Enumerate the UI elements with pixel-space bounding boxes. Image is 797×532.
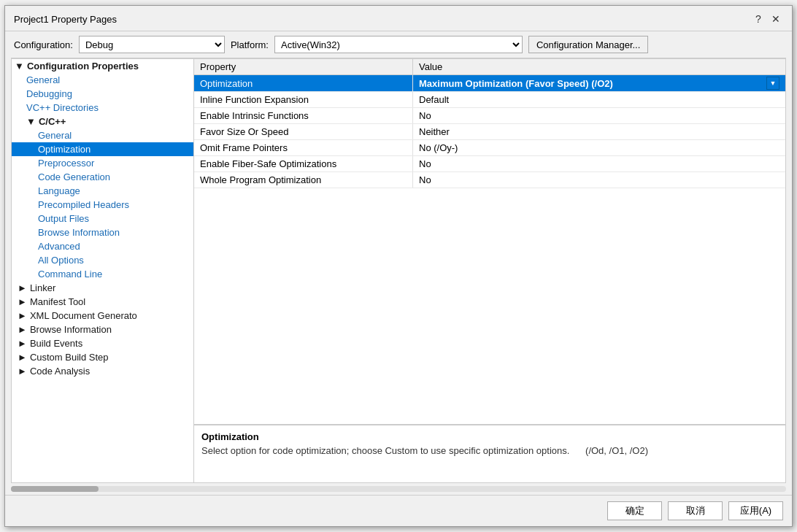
sidebar-item-xml-document-generato[interactable]: ►XML Document Generato: [12, 309, 193, 323]
prop-name-whole-program: Whole Program Optimization: [194, 172, 413, 188]
cancel-button[interactable]: 取消: [668, 501, 723, 520]
sidebar-item-build-events[interactable]: ►Build Events: [12, 336, 193, 350]
property-row-favor-size-speed[interactable]: Favor Size Or SpeedNeither: [194, 124, 785, 140]
property-row-whole-program[interactable]: Whole Program OptimizationNo: [194, 172, 785, 188]
toolbar-row: Configuration: Debug Platform: Active(Wi…: [5, 31, 792, 58]
property-row-optimization[interactable]: OptimizationMaximum Optimization (Favor …: [194, 75, 785, 92]
description-title: Optimization: [201, 431, 778, 442]
property-row-fiber-safe[interactable]: Enable Fiber-Safe OptimizationsNo: [194, 156, 785, 172]
sidebar-item-all-options[interactable]: All Options: [12, 253, 193, 267]
sidebar-item-advanced[interactable]: Advanced: [12, 239, 193, 253]
prop-name-omit-frame: Omit Frame Pointers: [194, 140, 413, 155]
prop-value-favor-size-speed[interactable]: Neither: [413, 124, 785, 139]
prop-name-inline-expansion: Inline Function Expansion: [194, 92, 413, 107]
sidebar-item-debugging[interactable]: Debugging: [12, 87, 193, 101]
sidebar-item-custom-build-step[interactable]: ►Custom Build Step: [12, 350, 193, 364]
col-header-value: Value: [413, 59, 785, 74]
content-area: Property Value OptimizationMaximum Optim…: [193, 58, 786, 483]
prop-name-fiber-safe: Enable Fiber-Safe Optimizations: [194, 156, 413, 171]
close-button[interactable]: ✕: [769, 12, 783, 26]
config-manager-button[interactable]: Configuration Manager...: [528, 36, 648, 53]
sidebar-item-output-files[interactable]: Output Files: [12, 212, 193, 225]
scrollbar-area: [5, 483, 792, 495]
prop-name-favor-size-speed: Favor Size Or Speed: [194, 124, 413, 139]
config-label: Configuration:: [14, 39, 73, 50]
sidebar-item-command-line[interactable]: Command Line: [12, 267, 193, 281]
main-area: ▼Configuration PropertiesGeneralDebuggin…: [11, 58, 786, 483]
sidebar-item-precompiled-headers[interactable]: Precompiled Headers: [12, 198, 193, 212]
col-header-property: Property: [194, 59, 413, 74]
platform-label: Platform:: [231, 39, 269, 50]
scrollbar-track[interactable]: [11, 486, 786, 492]
prop-value-intrinsic[interactable]: No: [413, 108, 785, 123]
prop-value-inline-expansion[interactable]: Default: [413, 92, 785, 107]
description-text: Select option for code optimization; cho…: [201, 445, 778, 456]
sidebar-item-optimization[interactable]: Optimization: [12, 142, 193, 156]
platform-select[interactable]: Active(Win32): [274, 36, 523, 53]
title-bar-right: ? ✕: [751, 12, 783, 26]
property-row-omit-frame[interactable]: Omit Frame PointersNo (/Oy-): [194, 140, 785, 156]
help-button[interactable]: ?: [751, 12, 766, 26]
title-bar-left: Project1 Property Pages: [14, 14, 117, 25]
sidebar-item-general[interactable]: General: [12, 73, 193, 87]
prop-name-intrinsic: Enable Intrinsic Functions: [194, 108, 413, 123]
ok-button[interactable]: 确定: [607, 501, 662, 520]
sidebar-item-browse-information[interactable]: Browse Information: [12, 225, 193, 239]
sidebar-item-linker[interactable]: ►Linker: [12, 281, 193, 295]
sidebar-item-general[interactable]: General: [12, 128, 193, 142]
prop-dropdown-optimization[interactable]: ▼: [766, 77, 779, 90]
property-row-intrinsic[interactable]: Enable Intrinsic FunctionsNo: [194, 108, 785, 124]
sidebar-item-language[interactable]: Language: [12, 184, 193, 198]
property-row-inline-expansion[interactable]: Inline Function ExpansionDefault: [194, 92, 785, 108]
property-grid: Property Value OptimizationMaximum Optim…: [194, 59, 785, 424]
bottom-bar: 确定 取消 应用(A): [5, 495, 792, 526]
sidebar-item-cpp[interactable]: ▼C/C++: [12, 115, 193, 128]
scrollbar-thumb[interactable]: [11, 486, 99, 492]
prop-value-omit-frame[interactable]: No (/Oy-): [413, 140, 785, 155]
configuration-select[interactable]: Debug: [79, 36, 225, 53]
sidebar-item-vc---directories[interactable]: VC++ Directories: [12, 101, 193, 115]
description-area: Optimization Select option for code opti…: [194, 424, 785, 482]
prop-value-whole-program[interactable]: No: [413, 172, 785, 188]
property-grid-header: Property Value: [194, 59, 785, 75]
sidebar-item-code-generation[interactable]: Code Generation: [12, 170, 193, 184]
prop-value-optimization[interactable]: Maximum Optimization (Favor Speed) (/O2)…: [413, 75, 785, 91]
prop-value-fiber-safe[interactable]: No: [413, 156, 785, 171]
sidebar-item-manifest-tool[interactable]: ►Manifest Tool: [12, 295, 193, 309]
sidebar-item-code-analysis[interactable]: ►Code Analysis: [12, 364, 193, 378]
title-bar: Project1 Property Pages ? ✕: [5, 6, 792, 31]
property-pages-dialog: Project1 Property Pages ? ✕ Configuratio…: [4, 5, 793, 527]
apply-button[interactable]: 应用(A): [728, 501, 783, 520]
sidebar-item-preprocessor[interactable]: Preprocessor: [12, 156, 193, 170]
sidebar: ▼Configuration PropertiesGeneralDebuggin…: [11, 58, 193, 483]
sidebar-item-browse-information[interactable]: ►Browse Information: [12, 323, 193, 336]
sidebar-item-config-props[interactable]: ▼Configuration Properties: [12, 59, 193, 73]
dialog-title: Project1 Property Pages: [14, 14, 117, 25]
prop-name-optimization: Optimization: [194, 75, 413, 91]
